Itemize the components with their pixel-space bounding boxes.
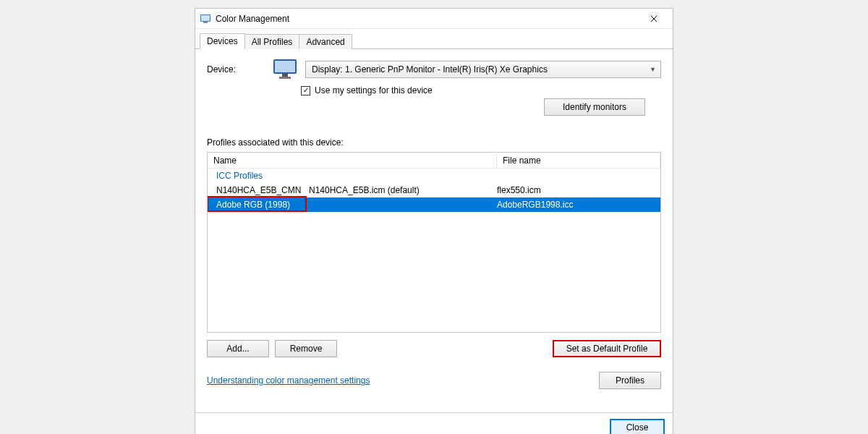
group-icc-profiles: ICC Profiles [208,169,660,183]
use-my-settings-checkbox[interactable]: ✓ [301,86,310,95]
profile-name: Adobe RGB (1998) [208,200,309,210]
dialog-footer: Close [195,412,673,434]
svg-rect-1 [201,15,210,21]
profile-file: AdobeRGB1998.icc [497,200,660,210]
monitor-icon [272,58,298,81]
profile-source: N140HCA_E5B.icm (default) [309,185,497,195]
profiles-section-label: Profiles associated with this device: [207,137,661,148]
profile-row-selected[interactable]: Adobe RGB (1998) AdobeRGB1998.icc [208,197,660,212]
window-title: Color Management [216,14,639,24]
svg-rect-8 [279,77,291,79]
titlebar: Color Management [195,9,673,29]
tab-all-profiles[interactable]: All Profiles [244,34,300,49]
profiles-button[interactable]: Profiles [599,372,661,389]
understanding-link[interactable]: Understanding color management settings [207,375,370,386]
svg-rect-6 [275,61,295,72]
tabstrip: Devices All Profiles Advanced [195,29,673,49]
device-label: Device: [207,64,265,75]
svg-rect-2 [203,22,208,23]
remove-button[interactable]: Remove [275,340,337,357]
window-close-button[interactable] [639,9,668,28]
tab-advanced[interactable]: Advanced [299,34,352,49]
profiles-listbox[interactable]: Name File name ICC Profiles N140HCA_E5B_… [207,152,661,333]
device-dropdown[interactable]: Display: 1. Generic PnP Monitor - Intel(… [305,61,661,78]
set-default-profile-button[interactable]: Set as Default Profile [553,340,661,357]
close-icon [650,15,658,22]
identify-monitors-button[interactable]: Identify monitors [544,98,645,116]
list-header: Name File name [208,153,660,169]
tab-devices[interactable]: Devices [200,33,245,49]
chevron-down-icon: ▼ [650,66,656,73]
add-button[interactable]: Add... [207,340,269,357]
use-my-settings-label: Use my settings for this device [315,85,433,95]
column-header-file[interactable]: File name [497,153,660,168]
close-button[interactable]: Close [610,420,664,435]
svg-rect-7 [282,74,288,77]
column-header-name[interactable]: Name [208,153,497,168]
app-icon [200,13,211,25]
profile-row[interactable]: N140HCA_E5B_CMN N140HCA_E5B.icm (default… [208,183,660,197]
tab-content-devices: Device: Display: 1. Generic PnP Monitor … [195,49,673,412]
profile-name: N140HCA_E5B_CMN [208,185,309,195]
device-dropdown-value: Display: 1. Generic PnP Monitor - Intel(… [312,64,548,75]
profile-file: flex550.icm [497,185,660,195]
color-management-window: Color Management Devices All Profiles Ad… [195,8,673,434]
